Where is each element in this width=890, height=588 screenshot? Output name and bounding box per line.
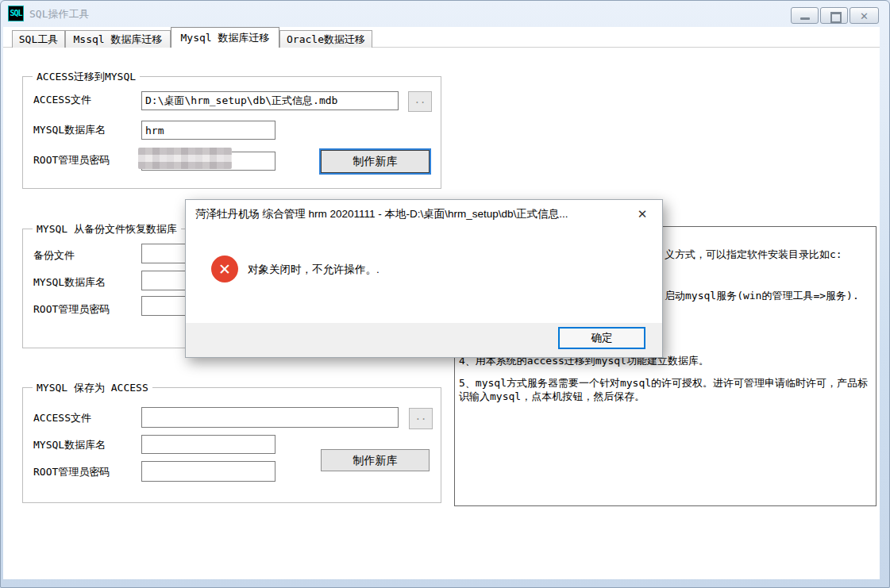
minimize-button[interactable] [791,7,819,24]
root-password-label: ROOT管理员密码 [33,302,110,317]
group-access-to-mysql: ACCESS迁移到MYSQL ACCESS文件 .. MYSQL数据库名 ROO… [22,76,441,189]
dialog-title: 菏泽牡丹机场 综合管理 hrm 20201111 - 本地-D:\桌面\hrm_… [195,207,568,221]
app-window: SQL SQL操作工具 ✕ SQL工具 Mssql 数据库迁移 Mysql 数据… [0,0,890,588]
instruction-line-5: 5、mysql方式服务器需要一个针对mysql的许可授权。进许可管理申请临时许可… [459,376,872,403]
group-title: ACCESS迁移到MYSQL [33,70,140,84]
error-icon: ✕ [211,256,238,282]
root-password-input[interactable] [141,461,275,482]
backup-file-label: 备份文件 [33,248,75,263]
make-new-db-button[interactable]: 制作新库 [321,150,430,173]
mysql-db-name-input[interactable] [141,121,275,140]
error-dialog: 菏泽牡丹机场 综合管理 hrm 20201111 - 本地-D:\桌面\hrm_… [185,199,663,358]
window-title: SQL操作工具 [29,7,89,21]
access-file-input[interactable] [141,91,399,110]
root-password-label: ROOT管理员密码 [33,465,110,479]
tab-oracle-migration[interactable]: Oracle数据迁移 [279,30,372,48]
maximize-icon [830,12,842,23]
mysql-db-name-input[interactable] [141,435,275,454]
dialog-message: 对象关闭时，不允许操作。. [248,263,380,277]
tab-mysql-migration[interactable]: Mysql 数据库迁移 [171,27,279,48]
access-file-label: ACCESS文件 [33,93,91,107]
dialog-close-button[interactable]: ✕ [630,204,654,224]
instruction-fragment-3: 启动mysql服务(win的管理工具=>服务). [665,289,859,302]
close-icon: ✕ [850,9,878,24]
make-new-db-button[interactable]: 制作新库 [321,449,430,471]
mysql-db-name-label: MYSQL数据库名 [33,275,106,290]
tab-mssql-migration[interactable]: Mssql 数据库迁移 [65,30,171,48]
app-icon: SQL [8,6,24,21]
access-file-label: ACCESS文件 [33,411,91,425]
ok-button[interactable]: 确定 [558,327,645,349]
titlebar: SQL SQL操作工具 ✕ [1,1,890,27]
mysql-db-name-label: MYSQL数据库名 [33,438,106,452]
close-button[interactable]: ✕ [850,7,879,24]
group-title: MYSQL 保存为 ACCESS [33,381,152,395]
minimize-icon [800,17,810,20]
instruction-fragment-2: 义方式，可以指定软件安装目录比如c: [665,248,842,261]
password-censor-mosaic [138,148,232,169]
dialog-body: ✕ 对象关闭时，不允许操作。. [186,228,662,323]
maximize-button[interactable] [820,7,848,24]
browse-button[interactable]: .. [408,91,432,112]
browse-button[interactable]: .. [409,408,433,429]
dialog-footer: 确定 [186,323,662,357]
root-password-label: ROOT管理员密码 [33,153,110,167]
mysql-db-name-label: MYSQL数据库名 [33,123,106,137]
group-save-as-access: MYSQL 保存为 ACCESS ACCESS文件 .. MYSQL数据库名 R… [22,387,441,503]
tab-sql-tools[interactable]: SQL工具 [12,30,65,48]
dialog-titlebar: 菏泽牡丹机场 综合管理 hrm 20201111 - 本地-D:\桌面\hrm_… [186,200,662,228]
group-title: MYSQL 从备份文件恢复数据库 [33,222,181,236]
access-file-input[interactable] [141,407,399,428]
